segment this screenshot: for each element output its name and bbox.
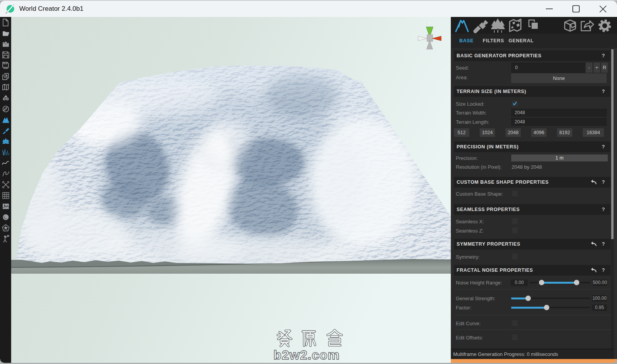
svg-text:Y: Y — [429, 21, 431, 25]
